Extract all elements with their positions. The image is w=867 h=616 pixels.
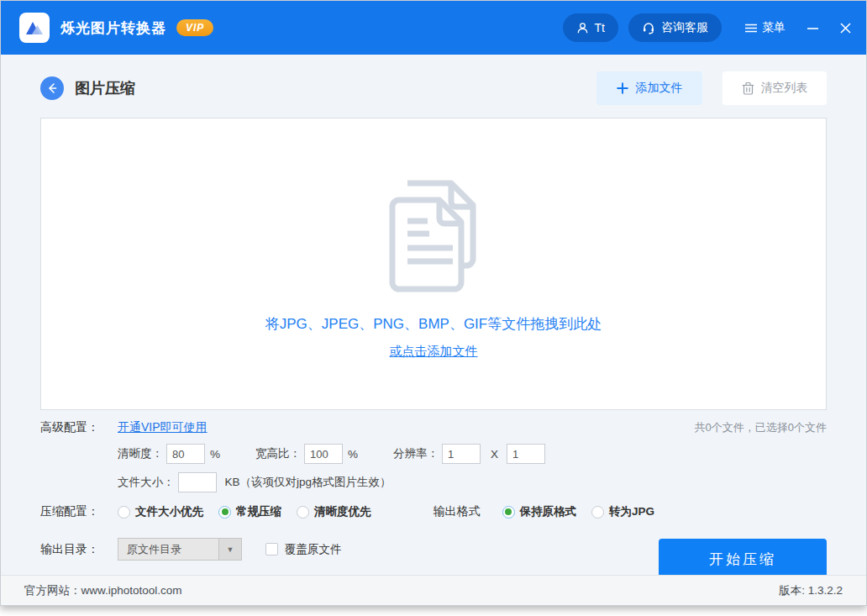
radio-label: 常规压缩 bbox=[236, 504, 281, 519]
compression-config-label: 压缩配置： bbox=[40, 504, 118, 519]
clarity-label: 清晰度： bbox=[118, 446, 163, 461]
radio-circle-icon bbox=[591, 506, 604, 519]
menu-button[interactable]: 菜单 bbox=[745, 20, 786, 35]
arrow-left-icon bbox=[46, 82, 58, 94]
menu-label: 菜单 bbox=[762, 20, 786, 35]
aspect-ratio-input[interactable] bbox=[304, 444, 343, 464]
output-format-label: 输出格式 bbox=[434, 504, 481, 519]
radio-circle-icon bbox=[118, 506, 130, 519]
main-content: 图片压缩 添加文件 清空列表 bbox=[1, 71, 866, 592]
back-button[interactable] bbox=[40, 76, 64, 100]
support-label: 咨询客服 bbox=[661, 20, 708, 35]
user-icon bbox=[576, 22, 589, 34]
clarity-group: 清晰度： % bbox=[118, 444, 220, 464]
footer: 官方网站：www.iphototool.com 版本: 1.3.2.2 bbox=[1, 575, 866, 605]
aspect-ratio-unit: % bbox=[348, 448, 358, 461]
dropzone-hint-text: 将JPG、JPEG、PNG、BMP、GIF等文件拖拽到此处 bbox=[265, 314, 602, 334]
radio-circle-icon bbox=[297, 506, 309, 519]
clarity-input[interactable] bbox=[166, 444, 205, 464]
advanced-config-row: 高级配置： 开通VIP即可使用 共0个文件，已选择0个文件 bbox=[40, 420, 827, 435]
radio-filesize-priority[interactable]: 文件大小优先 bbox=[118, 504, 203, 519]
account-label: Tt bbox=[595, 21, 605, 34]
documents-icon bbox=[370, 173, 497, 299]
resolution-label: 分辨率： bbox=[393, 446, 439, 461]
radio-clarity-priority[interactable]: 清晰度优先 bbox=[297, 504, 371, 519]
overwrite-original-checkbox-item[interactable]: 覆盖原文件 bbox=[265, 542, 342, 557]
vip-upgrade-link[interactable]: 开通VIP即可使用 bbox=[118, 420, 208, 435]
compression-config-row: 压缩配置： 文件大小优先 常规压缩 清晰度优先 输出格式 保持原格式 转为JPG bbox=[40, 504, 827, 519]
clear-list-label: 清空列表 bbox=[761, 81, 808, 96]
account-button[interactable]: Tt bbox=[563, 13, 618, 42]
mountain-logo-icon bbox=[24, 17, 45, 39]
vip-badge: VIP bbox=[176, 19, 213, 36]
radio-normal-compression[interactable]: 常规压缩 bbox=[218, 504, 281, 519]
quality-settings-row: 清晰度： % 宽高比： % 分辨率： X bbox=[118, 444, 827, 464]
overwrite-original-label: 覆盖原文件 bbox=[285, 542, 342, 557]
add-files-button[interactable]: 添加文件 bbox=[596, 71, 702, 105]
radio-label: 清晰度优先 bbox=[314, 504, 371, 519]
support-button[interactable]: 咨询客服 bbox=[628, 13, 722, 42]
filesize-settings-row: 文件大小： KB（该项仅对jpg格式图片生效） bbox=[118, 472, 827, 492]
version-text: 版本: 1.3.2.2 bbox=[779, 583, 843, 598]
hamburger-icon bbox=[745, 24, 757, 33]
plus-icon bbox=[617, 82, 628, 94]
minimize-button[interactable] bbox=[807, 23, 818, 34]
radio-circle-checked-icon bbox=[218, 506, 231, 519]
output-directory-value: 原文件目录 bbox=[118, 542, 218, 557]
aspect-ratio-label: 宽高比： bbox=[255, 446, 301, 461]
filesize-label: 文件大小： bbox=[118, 475, 175, 490]
page-header: 图片压缩 添加文件 清空列表 bbox=[40, 71, 827, 105]
resolution-height-input[interactable] bbox=[507, 444, 545, 464]
titlebar: 烁光图片转换器 VIP Tt 咨询客服 bbox=[1, 1, 866, 55]
file-drop-zone[interactable]: 将JPG、JPEG、PNG、BMP、GIF等文件拖拽到此处 或点击添加文件 bbox=[40, 118, 827, 410]
output-directory-label: 输出目录： bbox=[40, 542, 118, 557]
filesize-input[interactable] bbox=[178, 472, 217, 492]
filesize-note: KB（该项仅对jpg格式图片生效） bbox=[225, 475, 391, 490]
headset-icon bbox=[642, 21, 655, 34]
radio-convert-to-jpg[interactable]: 转为JPG bbox=[591, 504, 654, 519]
chevron-down-icon[interactable]: ▼ bbox=[218, 539, 241, 560]
radio-label: 转为JPG bbox=[609, 504, 654, 519]
official-website-text: 官方网站：www.iphototool.com bbox=[24, 583, 182, 598]
app-logo bbox=[19, 13, 50, 43]
close-button[interactable] bbox=[840, 23, 851, 34]
advanced-config-label: 高级配置： bbox=[40, 420, 118, 435]
start-compression-button[interactable]: 开始压缩 bbox=[659, 539, 827, 579]
radio-keep-original-format[interactable]: 保持原格式 bbox=[502, 504, 577, 519]
output-directory-select[interactable]: 原文件目录 ▼ bbox=[118, 538, 242, 561]
resolution-x-separator: X bbox=[491, 448, 498, 461]
resolution-width-input[interactable] bbox=[442, 444, 481, 464]
clear-list-button[interactable]: 清空列表 bbox=[722, 71, 827, 105]
radio-label: 文件大小优先 bbox=[135, 504, 203, 519]
file-count-status: 共0个文件，已选择0个文件 bbox=[695, 420, 827, 435]
page-title: 图片压缩 bbox=[75, 78, 135, 98]
checkbox-icon bbox=[265, 543, 278, 555]
clarity-unit: % bbox=[210, 448, 220, 461]
radio-label: 保持原格式 bbox=[520, 504, 577, 519]
minimize-icon bbox=[807, 23, 818, 34]
radio-circle-checked-icon bbox=[502, 506, 515, 519]
dropzone-add-link[interactable]: 或点击添加文件 bbox=[390, 344, 478, 360]
aspect-ratio-group: 宽高比： % bbox=[255, 444, 358, 464]
app-title: 烁光图片转换器 bbox=[60, 18, 166, 38]
resolution-group: 分辨率： X bbox=[393, 444, 550, 464]
close-icon bbox=[840, 23, 851, 34]
trash-icon bbox=[742, 82, 754, 95]
add-files-label: 添加文件 bbox=[636, 81, 683, 96]
app-window: 烁光图片转换器 VIP Tt 咨询客服 bbox=[0, 0, 867, 606]
